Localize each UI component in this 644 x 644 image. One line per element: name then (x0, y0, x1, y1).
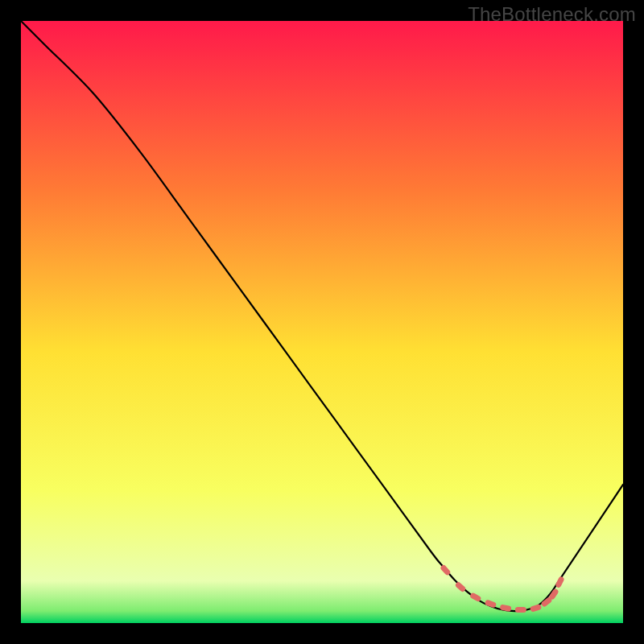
watermark-text: TheBottleneck.com (468, 3, 636, 26)
chart-frame: TheBottleneck.com (0, 0, 644, 644)
gradient-background (21, 21, 623, 623)
marker-dash (515, 607, 526, 613)
plot-area (21, 21, 623, 623)
chart-svg (21, 21, 623, 623)
